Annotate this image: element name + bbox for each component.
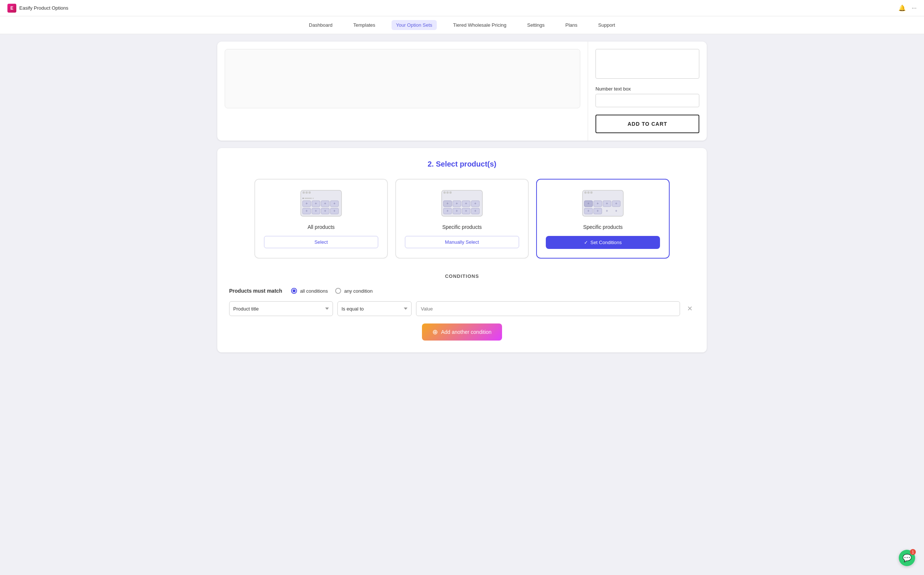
conditions-section-label: CONDITIONS bbox=[229, 273, 695, 279]
bell-icon[interactable]: 🔔 bbox=[899, 5, 906, 11]
svg-rect-24 bbox=[444, 191, 446, 194]
app-icon: E bbox=[8, 4, 16, 13]
svg-text:+: + bbox=[606, 202, 608, 205]
svg-rect-25 bbox=[447, 191, 449, 194]
nav-item-dashboard[interactable]: Dashboard bbox=[304, 20, 337, 30]
select-products-card: 2. Select product(s) + bbox=[217, 148, 707, 353]
svg-rect-5 bbox=[306, 191, 308, 194]
set-conditions-button[interactable]: ✓ Set Conditions bbox=[546, 236, 660, 249]
svg-rect-45 bbox=[587, 191, 590, 194]
all-conditions-label: all conditions bbox=[300, 288, 328, 294]
all-conditions-radio[interactable]: all conditions bbox=[291, 288, 328, 294]
svg-text:+: + bbox=[447, 209, 449, 213]
any-condition-radio-icon bbox=[335, 288, 341, 294]
all-conditions-radio-icon bbox=[291, 288, 297, 294]
nav-item-tiered-wholesale[interactable]: Tiered Wholesale Pricing bbox=[449, 20, 511, 30]
svg-rect-26 bbox=[449, 191, 452, 194]
svg-text:+: + bbox=[333, 202, 336, 205]
condition-remove-button[interactable]: ✕ bbox=[685, 303, 695, 314]
app-name: Easify Product Options bbox=[19, 5, 68, 11]
chat-badge: 1 bbox=[910, 549, 916, 555]
svg-text:+: + bbox=[306, 202, 308, 205]
svg-text:+: + bbox=[315, 209, 317, 213]
number-text-box-label: Number text box bbox=[596, 86, 699, 92]
svg-text:+: + bbox=[456, 209, 458, 213]
svg-text:+: + bbox=[456, 202, 458, 205]
checkmark-icon: ✓ bbox=[584, 240, 588, 245]
topbar-right: 🔔 ··· bbox=[899, 5, 916, 11]
specific-products-conditions-card: + + + + + + + + Specific products ✓ Set … bbox=[536, 179, 670, 259]
condition-row: Product title Product type Product vendo… bbox=[229, 301, 695, 316]
svg-text:+: + bbox=[597, 209, 599, 213]
preview-inner: Number text box ADD TO CART bbox=[217, 41, 707, 141]
svg-rect-1 bbox=[303, 198, 304, 199]
svg-text:+: + bbox=[606, 209, 608, 213]
more-options-icon[interactable]: ··· bbox=[912, 5, 916, 11]
add-condition-label: Add another condition bbox=[441, 329, 491, 335]
specific-products-conditions-label: Specific products bbox=[583, 224, 623, 230]
all-products-select-button[interactable]: Select bbox=[264, 236, 378, 248]
svg-text:+: + bbox=[474, 209, 477, 213]
svg-text:+: + bbox=[306, 209, 308, 213]
specific-products-manual-card: + + + + + + + + Specific products Manual… bbox=[395, 179, 529, 259]
conditions-radio-group: all conditions any condition bbox=[291, 288, 372, 294]
chat-icon: 💬 bbox=[902, 553, 912, 562]
add-another-condition-button[interactable]: ⊕ Add another condition bbox=[422, 324, 502, 340]
chat-bubble[interactable]: 💬 1 bbox=[899, 550, 915, 566]
textarea-field[interactable] bbox=[596, 49, 699, 79]
topbar-left: E Easify Product Options bbox=[8, 4, 68, 13]
svg-rect-46 bbox=[590, 191, 593, 194]
preview-right: Number text box ADD TO CART bbox=[588, 41, 707, 141]
number-text-box-input[interactable] bbox=[596, 94, 699, 107]
svg-text:+: + bbox=[447, 202, 449, 205]
svg-rect-44 bbox=[584, 191, 586, 194]
preview-placeholder-box bbox=[225, 49, 580, 108]
svg-text:+: + bbox=[465, 202, 467, 205]
svg-rect-3 bbox=[312, 198, 314, 199]
manually-select-button[interactable]: Manually Select bbox=[405, 236, 519, 248]
nav-item-support[interactable]: Support bbox=[594, 20, 620, 30]
svg-text:+: + bbox=[597, 202, 599, 205]
specific-products-manual-illustration: + + + + + + + + bbox=[440, 189, 484, 218]
svg-text:+: + bbox=[324, 209, 326, 213]
svg-rect-4 bbox=[303, 191, 305, 194]
all-products-label: All products bbox=[307, 224, 334, 230]
condition-operator-select[interactable]: Is equal to Is not equal to Contains Doe… bbox=[338, 301, 412, 316]
condition-field-select[interactable]: Product title Product type Product vendo… bbox=[229, 301, 333, 316]
any-condition-radio[interactable]: any condition bbox=[335, 288, 372, 294]
product-options-row: + + + + + + + + All products Select bbox=[229, 179, 695, 259]
svg-rect-6 bbox=[309, 191, 311, 194]
main-nav: Dashboard Templates Your Option Sets Tie… bbox=[0, 16, 924, 34]
svg-text:+: + bbox=[324, 202, 326, 205]
nav-item-templates[interactable]: Templates bbox=[349, 20, 380, 30]
svg-text:+: + bbox=[333, 209, 336, 213]
plus-circle-icon: ⊕ bbox=[432, 328, 438, 336]
preview-left bbox=[217, 41, 588, 141]
specific-products-conditions-illustration: + + + + + + + + bbox=[581, 189, 625, 218]
topbar: E Easify Product Options 🔔 ··· bbox=[0, 0, 924, 16]
svg-text:+: + bbox=[587, 209, 590, 213]
nav-item-settings[interactable]: Settings bbox=[523, 20, 549, 30]
preview-card: Number text box ADD TO CART bbox=[217, 41, 707, 141]
add-to-cart-button[interactable]: ADD TO CART bbox=[596, 114, 699, 133]
any-condition-label: any condition bbox=[344, 288, 372, 294]
svg-text:+: + bbox=[615, 202, 617, 205]
select-products-title: 2. Select product(s) bbox=[229, 160, 695, 168]
condition-value-input[interactable] bbox=[416, 301, 680, 316]
conditions-match-label: Products must match bbox=[229, 288, 282, 294]
svg-rect-2 bbox=[304, 198, 312, 199]
svg-text:+: + bbox=[315, 202, 317, 205]
conditions-match-row: Products must match all conditions any c… bbox=[229, 288, 695, 294]
main-content: Number text box ADD TO CART 2. Select pr… bbox=[203, 34, 721, 367]
all-products-card: + + + + + + + + All products Select bbox=[254, 179, 388, 259]
nav-item-plans[interactable]: Plans bbox=[561, 20, 582, 30]
all-products-illustration: + + + + + + + + bbox=[299, 189, 343, 218]
specific-products-manual-label: Specific products bbox=[442, 224, 482, 230]
svg-text:+: + bbox=[465, 209, 467, 213]
svg-text:+: + bbox=[615, 209, 617, 213]
svg-text:+: + bbox=[587, 202, 590, 205]
svg-text:+: + bbox=[474, 202, 477, 205]
nav-item-your-option-sets[interactable]: Your Option Sets bbox=[391, 20, 437, 30]
